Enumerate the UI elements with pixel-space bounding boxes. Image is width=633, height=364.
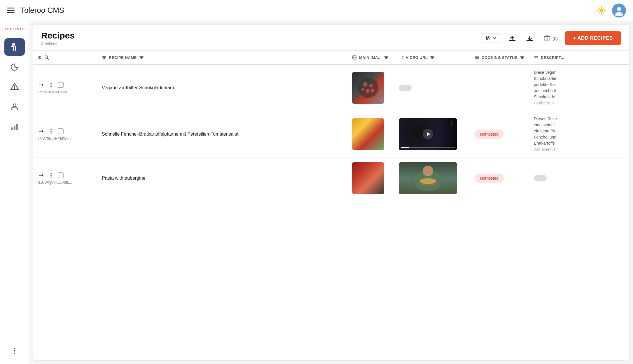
chevron-down-icon [492, 36, 497, 41]
row-3-status-cell: Not tested [470, 158, 529, 199]
svg-rect-38 [58, 82, 63, 88]
filter-icon[interactable] [102, 55, 106, 60]
row-2-video-player[interactable]: ⋮ [399, 118, 457, 150]
svg-point-18 [14, 348, 15, 349]
view-mode-label: M [486, 36, 490, 41]
page-title: Recipes [41, 31, 477, 41]
col-header-cooking-status: COOKING STATUS [470, 51, 529, 64]
row-3-desc-cell [529, 158, 629, 199]
row-1-video-toggle[interactable] [399, 85, 412, 91]
table-row: 2mqe0aUZw15fJ5i... Vegane Zartbitter-Sch… [33, 64, 629, 111]
search-icon[interactable] [44, 55, 49, 60]
svg-rect-16 [14, 126, 15, 130]
svg-point-57 [420, 178, 436, 184]
delete-button[interactable]: (0) [541, 32, 560, 44]
video-icon [399, 55, 403, 60]
topbar-right [596, 4, 626, 18]
row-1-id: 2mqe0aUZw15fJ5i... [38, 90, 92, 94]
row-3-video-player[interactable] [399, 162, 457, 194]
row-3-main-image[interactable] [352, 162, 384, 194]
sidebar-more-button[interactable] [4, 344, 25, 358]
row-1-status-cell [470, 64, 529, 111]
row-1-controls [38, 81, 92, 88]
row-3-expand-button[interactable] [38, 172, 45, 179]
sidebar-item-moon[interactable] [4, 58, 25, 76]
app-title: Toleroo CMS [20, 6, 596, 15]
content-header: Recipes 3 entities M [33, 25, 629, 51]
row-3-checkbox[interactable] [57, 172, 64, 178]
row-2-status-badge: Not tested [475, 130, 504, 139]
main-content: Recipes 3 entities M [33, 24, 629, 360]
download-button[interactable] [523, 32, 536, 45]
col-header-main-image: MAIN IMA... [347, 51, 394, 64]
svg-point-50 [50, 173, 52, 174]
row-2-main-image[interactable] [352, 118, 384, 150]
row-3-video-cell [394, 158, 470, 199]
hamburger-menu-button[interactable] [7, 8, 15, 13]
svg-point-37 [50, 86, 52, 87]
row-2-video-cell: ⋮ [394, 111, 470, 158]
row-3-more-button[interactable] [48, 172, 54, 178]
col-header-description: DESCRIPT... [529, 51, 629, 64]
row-2-id-cell: 7MD70biuHvYbIW7... [33, 111, 97, 158]
svg-point-39 [358, 78, 378, 98]
sidebar-item-warnings[interactable] [4, 78, 25, 95]
recipes-table-wrapper: ID RECIPE NAME [33, 51, 629, 360]
delete-count: (0) [552, 36, 558, 41]
svg-line-6 [604, 12, 604, 13]
filter-icon-4[interactable] [430, 55, 435, 60]
row-1-more-button[interactable] [48, 82, 54, 88]
row-1-description: Diese veganSchokoladenperfekte Koaus rei… [534, 69, 610, 106]
svg-line-5 [599, 8, 599, 8]
main-layout: TOLEROO [0, 21, 633, 364]
svg-point-43 [361, 88, 364, 91]
filter-icon-3[interactable] [384, 55, 389, 60]
row-2-status-cell: Not tested [470, 111, 529, 158]
sidebar-item-analytics[interactable] [4, 118, 25, 135]
row-2-checkbox[interactable] [57, 128, 64, 134]
svg-point-0 [600, 9, 603, 12]
row-1-expand-button[interactable] [38, 81, 45, 88]
row-2-description: Dieses Rezeeine schnelleinfache PfaFench… [534, 116, 610, 153]
add-recipes-label: + ADD RECIPES [573, 35, 613, 41]
play-icon [422, 128, 434, 140]
filter-icon-2[interactable] [139, 55, 144, 60]
svg-point-51 [50, 175, 52, 176]
row-2-image-cell [347, 111, 394, 158]
svg-point-45 [50, 129, 52, 130]
col-header-recipe-name: RECIPE NAME [97, 51, 347, 64]
svg-point-13 [14, 88, 15, 89]
row-2-more-button[interactable] [48, 128, 54, 134]
trash-icon [543, 34, 551, 42]
filter-icon-5[interactable] [520, 55, 524, 60]
svg-point-40 [363, 82, 368, 87]
download-icon [526, 34, 534, 42]
svg-line-8 [599, 12, 599, 13]
svg-point-42 [366, 89, 370, 93]
sidebar-item-recipes[interactable] [4, 38, 25, 56]
row-2-controls [38, 128, 92, 135]
video-progress-bar[interactable] [401, 147, 455, 148]
row-1-checkbox[interactable] [57, 82, 64, 88]
svg-point-55 [423, 166, 433, 176]
add-recipes-button[interactable]: + ADD RECIPES [565, 31, 621, 45]
view-mode-badge[interactable]: M [482, 34, 501, 43]
sidebar-item-users[interactable] [4, 98, 25, 115]
video-thumbnail-image [408, 164, 448, 193]
row-1-main-image[interactable] [352, 72, 384, 104]
upload-button[interactable] [506, 32, 519, 45]
theme-toggle-button[interactable] [596, 5, 607, 16]
user-avatar[interactable] [612, 4, 626, 18]
list-icon [475, 55, 479, 60]
svg-point-10 [617, 7, 621, 11]
row-3-recipe-name: Pasta with aubergine [102, 176, 343, 181]
row-3-desc-toggle[interactable] [534, 175, 547, 181]
sidebar-bottom [4, 344, 25, 358]
svg-rect-21 [545, 36, 549, 41]
svg-rect-15 [11, 127, 13, 130]
desc-icon [534, 55, 538, 60]
svg-point-52 [50, 176, 52, 178]
row-2-expand-button[interactable] [38, 128, 45, 135]
table-header-row: ID RECIPE NAME [33, 51, 629, 64]
row-3-name-cell: Pasta with aubergine [97, 158, 347, 199]
